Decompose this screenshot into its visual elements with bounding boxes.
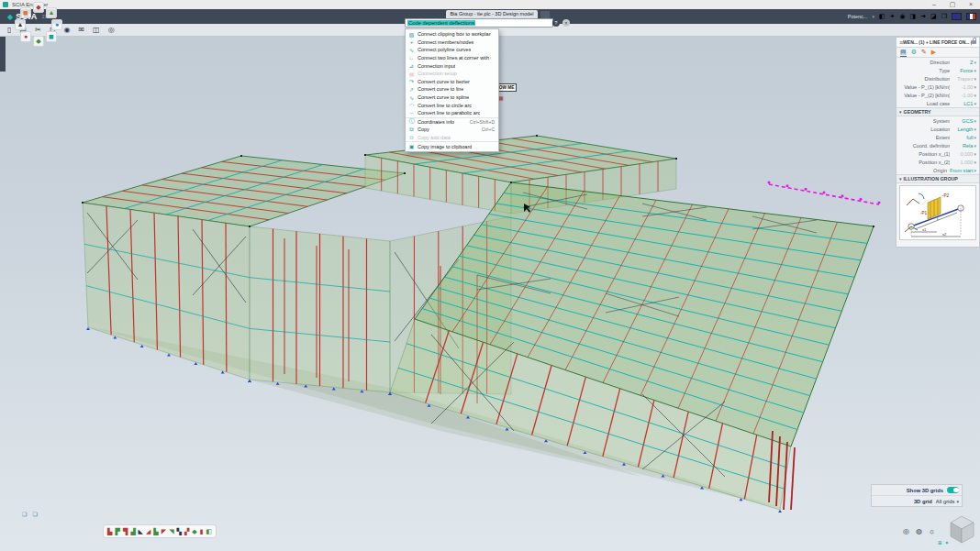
menu-item[interactable]: ▧ Connect clipping box to workplane xyxy=(406,30,498,39)
toolbar-icon[interactable]: ▯ xyxy=(7,26,11,34)
search-help-button[interactable]: ? xyxy=(552,19,560,27)
status-icon[interactable]: ☼ xyxy=(929,527,935,535)
property-value[interactable]: 1,000 xyxy=(952,160,973,165)
property-value[interactable]: Length xyxy=(952,127,973,132)
property-row[interactable]: Origin From start ▾ xyxy=(896,166,979,174)
appbar-tool-icon[interactable]: ◪ xyxy=(930,11,937,22)
property-row[interactable]: Value - P_(2) [kN/m] -1,00 ▾ xyxy=(896,91,979,99)
menu-item[interactable]: ⧉ Copy Ctrl+C xyxy=(406,126,498,134)
menu-item[interactable]: ∿ Connect polyline curves xyxy=(406,46,498,54)
appbar-tool-icon[interactable]: ◨ xyxy=(910,11,917,22)
menu-item[interactable]: + Connect members/nodes xyxy=(406,39,498,47)
grid-select[interactable]: All grids xyxy=(936,499,955,504)
favorite-tool-icon[interactable]: ▞ xyxy=(184,528,189,535)
panel-tab-icon[interactable]: ▶ xyxy=(931,49,936,56)
property-row[interactable]: Type Force ▾ xyxy=(896,66,979,74)
property-value[interactable]: 0,000 xyxy=(952,151,973,157)
property-value[interactable]: full xyxy=(952,135,973,140)
menu-item[interactable]: ⌣ Convert line to parabolic arc xyxy=(406,109,498,117)
property-row[interactable]: Position x_(2) 1,000 ▾ xyxy=(896,158,979,166)
search-close-button[interactable]: × xyxy=(562,19,570,27)
menu-item[interactable]: ∿ Convert curve to spline xyxy=(406,94,498,102)
menu-item[interactable]: ⧉ Copy add data xyxy=(406,134,498,142)
property-row[interactable]: Distribution Trapez ▾ xyxy=(896,74,979,83)
pin-icon[interactable]: ❏ xyxy=(22,511,27,517)
property-value[interactable]: GCS xyxy=(952,118,973,124)
menu-item[interactable]: ▦ Connection setup xyxy=(406,70,498,78)
status-icon[interactable]: ◎ xyxy=(903,527,909,535)
property-row[interactable]: Extent full ▾ xyxy=(896,133,979,141)
favorite-icon[interactable]: ◆ xyxy=(33,2,44,13)
menu-item[interactable]: ∟ Connect two lines at corner with un ..… xyxy=(406,54,498,62)
toolbar-icon[interactable]: ✉ xyxy=(78,26,84,34)
favorite-tool-icon[interactable]: ◣ xyxy=(139,528,143,535)
property-row[interactable]: Value - P_(1) [kN/m] -1,00 ▾ xyxy=(896,83,979,91)
property-row[interactable]: Coord. definition Rela ▾ xyxy=(896,141,979,149)
menu-item[interactable]: ▣ Copy image to clipboard xyxy=(406,141,498,150)
favorite-tool-icon[interactable]: ◧ xyxy=(206,528,213,535)
favorite-tool-icon[interactable]: ◤ xyxy=(161,528,166,535)
menu-item[interactable]: ↗ Convert curve to line xyxy=(406,85,498,94)
panel-tab-icon[interactable]: ▤ xyxy=(900,49,907,57)
minimize-button[interactable]: – xyxy=(925,0,943,9)
favorite-tool-icon[interactable]: ▮ xyxy=(200,528,204,535)
status-mini-icon[interactable]: ⊞ xyxy=(938,540,942,545)
favorite-icon[interactable]: ● xyxy=(51,19,62,30)
toolbar-icon[interactable]: ◉ xyxy=(63,26,70,34)
favorite-tool-icon[interactable]: ◢ xyxy=(146,528,150,535)
property-value[interactable]: From start xyxy=(950,168,973,173)
show-grids-toggle[interactable] xyxy=(947,487,959,493)
menu-item[interactable]: ↷ Convert curve to bezier xyxy=(406,78,498,86)
illustration-section-header[interactable]: ▾ ILLUSTRATION GROUP xyxy=(896,174,979,183)
toolbar-icon[interactable]: ✂ xyxy=(35,26,41,34)
toolbar-icon[interactable]: ◫ xyxy=(93,26,100,34)
pin-icon[interactable]: ❏ xyxy=(32,511,37,517)
panel-tab-icon[interactable]: ⚙ xyxy=(911,49,917,56)
status-icon[interactable]: ◍ xyxy=(916,527,922,535)
favorite-icon[interactable]: ▲ xyxy=(15,19,26,30)
favorite-icon[interactable]: ● xyxy=(20,31,31,42)
menu-item[interactable]: ⓘ Coordinates info Ctrl+Shift+D xyxy=(406,117,498,127)
property-row[interactable]: Load case LC1 ▾ xyxy=(896,99,979,107)
property-row[interactable]: Direction Z ▾ xyxy=(896,58,979,66)
maximize-button[interactable]: ▢ xyxy=(943,0,962,9)
fr-flag-icon[interactable] xyxy=(966,13,976,20)
geometry-section-header[interactable]: ▾ GEOMETRY xyxy=(896,107,979,116)
property-value[interactable]: Rela xyxy=(952,143,973,149)
property-row[interactable]: Location Length ▾ xyxy=(896,125,979,133)
close-button[interactable]: × xyxy=(962,0,980,9)
toolbar-icon[interactable]: ◎ xyxy=(108,26,115,34)
favorite-icon[interactable]: ◆ xyxy=(33,36,44,47)
navigation-cube[interactable] xyxy=(945,511,979,547)
property-value[interactable]: LC1 xyxy=(952,101,973,106)
favorite-tool-icon[interactable]: ▛ xyxy=(115,528,119,535)
command-search-input[interactable]: Code dependent deflections xyxy=(405,18,553,28)
menu-item[interactable]: ◠ Convert line to circle arc xyxy=(406,101,498,109)
eu-flag-icon[interactable] xyxy=(952,13,962,20)
property-value[interactable]: Force xyxy=(952,68,973,73)
favorite-icon[interactable]: ▲ xyxy=(46,7,57,18)
menu-item[interactable]: ⊿ Connection input xyxy=(406,61,498,70)
appbar-tool-icon[interactable]: ◉ xyxy=(899,11,905,22)
property-row[interactable]: Position x_(1) 0,000 ▾ xyxy=(896,149,979,158)
favorite-tool-icon[interactable]: ◆ xyxy=(192,528,196,535)
scene-side-tab[interactable] xyxy=(0,37,6,72)
document-tab[interactable]: Bia Group - ite.plc - 3D Design model xyxy=(446,10,538,18)
appbar-tool-icon[interactable]: ◧ xyxy=(879,11,885,22)
property-row[interactable]: System GCS ▾ xyxy=(896,116,979,125)
favorite-tool-icon[interactable]: ◥ xyxy=(169,528,173,535)
property-value[interactable]: Z xyxy=(952,60,973,65)
panel-tab-icon[interactable]: ✎ xyxy=(921,49,927,56)
favorite-tool-icon[interactable]: ▚ xyxy=(177,528,182,535)
profile-menu[interactable]: Potenc... xyxy=(848,14,868,19)
new-tab-stub[interactable] xyxy=(540,11,550,18)
lock-icon[interactable] xyxy=(972,40,976,44)
property-value[interactable]: -1,00 xyxy=(952,84,973,90)
favorite-tool-icon[interactable]: ▙ xyxy=(107,528,112,535)
appbar-tool-icon[interactable]: ✦ xyxy=(890,11,896,22)
appbar-tool-icon[interactable]: ❐ xyxy=(941,11,947,22)
favorite-icon[interactable]: ◼ xyxy=(20,7,31,18)
favorite-tool-icon[interactable]: ▟ xyxy=(130,528,135,535)
favorite-tool-icon[interactable]: ▙ xyxy=(153,528,158,535)
appbar-tool-icon[interactable]: ➜ xyxy=(920,11,926,22)
